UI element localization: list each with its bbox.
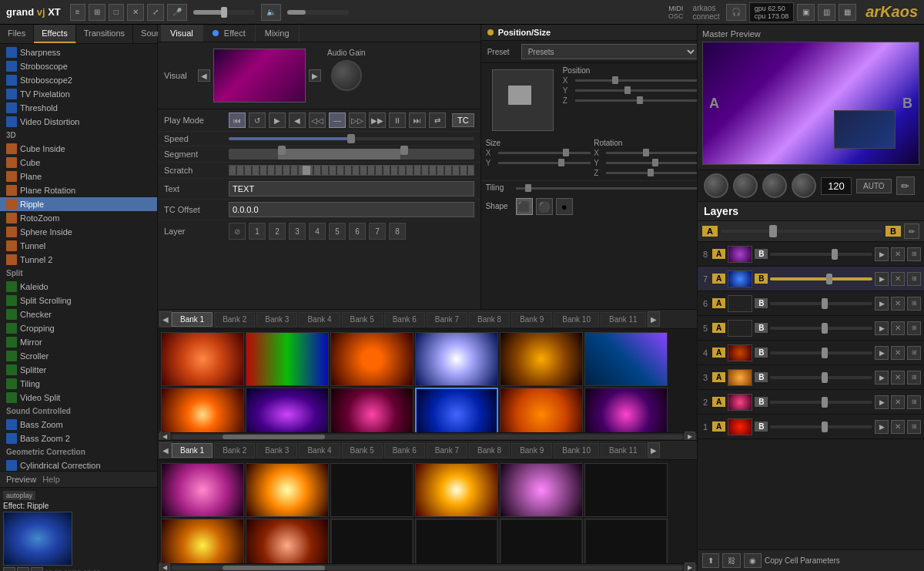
bank-7-bot[interactable]: Bank 7: [427, 443, 467, 458]
speaker-btn[interactable]: 🔈: [261, 4, 281, 21]
effect-split-scrolling[interactable]: Split Scrolling: [0, 294, 157, 307]
layer-7-x[interactable]: ✕: [891, 272, 905, 286]
layer-2-b[interactable]: B: [755, 397, 768, 407]
media-item-b[interactable]: [584, 463, 668, 517]
layer-1-x[interactable]: ✕: [891, 420, 905, 434]
media-item-b[interactable]: [415, 519, 498, 563]
media-item-b[interactable]: [330, 519, 413, 563]
layer-4-x[interactable]: ✕: [891, 346, 905, 360]
tc-offset-input[interactable]: [229, 202, 474, 217]
layer-5-x[interactable]: ✕: [891, 321, 905, 335]
bank-1-top[interactable]: Bank 1: [172, 312, 213, 327]
media-item[interactable]: [246, 332, 329, 386]
media-item[interactable]: [500, 388, 583, 432]
bank-8-top[interactable]: Bank 8: [469, 312, 510, 327]
preview-next-btn[interactable]: ▶▶: [31, 567, 43, 571]
rot-y-slider[interactable]: [606, 162, 697, 164]
layer-8-expand[interactable]: ⊞: [907, 247, 921, 261]
center-tab-visual[interactable]: Visual: [161, 25, 203, 42]
effect-scroller[interactable]: Scroller: [0, 349, 157, 363]
media-item[interactable]: [246, 388, 329, 432]
preset-select[interactable]: Presets: [521, 44, 697, 59]
layer-6-x[interactable]: ✕: [891, 297, 905, 311]
bank-9-top[interactable]: Bank 9: [511, 312, 552, 327]
tiling-slider[interactable]: [516, 187, 697, 190]
layer-8-a[interactable]: A: [712, 249, 725, 259]
media-scroll-left[interactable]: ◀: [159, 432, 170, 442]
layer-2-btn[interactable]: 2: [269, 223, 286, 240]
pos-z-slider[interactable]: [575, 99, 697, 102]
play-btn-pause[interactable]: —: [329, 113, 346, 128]
media-item[interactable]: [584, 388, 668, 432]
media-scroll-track-b[interactable]: [172, 566, 683, 570]
effect-tunnel[interactable]: Tunnel: [0, 239, 157, 253]
text-field-input[interactable]: [229, 181, 474, 196]
effect-stroboscope2[interactable]: Stroboscope2: [0, 73, 157, 87]
media-item-b[interactable]: [584, 519, 668, 563]
layer-8-x[interactable]: ✕: [891, 247, 905, 261]
segment-slider[interactable]: [229, 149, 474, 160]
layer-add-btn[interactable]: ⬆: [702, 553, 719, 568]
effect-tunnel2[interactable]: Tunnel 2: [0, 253, 157, 267]
layer-3-b[interactable]: B: [755, 372, 768, 382]
x-btn[interactable]: ✕: [127, 4, 144, 21]
layout-btn1[interactable]: ▣: [797, 4, 815, 21]
media-item-b[interactable]: [500, 519, 583, 563]
preview-prev-btn[interactable]: ◀: [3, 567, 15, 571]
play-btn-pause2[interactable]: ⏸: [389, 113, 406, 128]
media-item-b[interactable]: [161, 519, 244, 563]
layer-7-btn[interactable]: 7: [369, 223, 386, 240]
effect-bass-zoom2[interactable]: Bass Zoom 2: [0, 432, 157, 445]
media-scroll-left-b[interactable]: ◀: [159, 563, 170, 572]
master-pencil-btn[interactable]: ✏: [896, 176, 915, 195]
effect-sharpness[interactable]: Sharpness: [0, 45, 157, 59]
bank-7-top[interactable]: Bank 7: [427, 312, 467, 327]
effect-stroboscope[interactable]: Stroboscope: [0, 59, 157, 73]
tab-effects[interactable]: Effects: [34, 25, 75, 43]
layer-2-expand[interactable]: ⊞: [907, 395, 921, 409]
visual-prev-btn[interactable]: ◀: [198, 69, 210, 82]
layer-4-thumb-slider[interactable]: [822, 348, 828, 358]
tc-button[interactable]: TC: [452, 113, 474, 127]
audio-gain-knob[interactable]: [331, 60, 362, 91]
bank-5-top[interactable]: Bank 5: [342, 312, 383, 327]
shape-other-btn[interactable]: ●: [556, 198, 573, 215]
layer-5-slider[interactable]: [770, 327, 872, 330]
layer-disable-btn[interactable]: ⊘: [229, 223, 246, 240]
bank-3-bot[interactable]: Bank 3: [256, 443, 297, 458]
bank-10-top[interactable]: Bank 10: [554, 312, 599, 327]
bank-10-bot[interactable]: Bank 10: [554, 443, 599, 458]
layer-5-a[interactable]: A: [712, 323, 725, 333]
layer-toggle-btn[interactable]: ◉: [744, 553, 762, 568]
bank-right-scroll-b[interactable]: ▶: [648, 442, 660, 458]
layer-2-play[interactable]: ▶: [875, 395, 889, 409]
ab-crossfader[interactable]: [721, 230, 882, 233]
effect-splitter[interactable]: Splitter: [0, 363, 157, 377]
layer-1-expand[interactable]: ⊞: [907, 420, 921, 434]
effect-kaleido[interactable]: Kaleido: [0, 280, 157, 294]
media-item-b[interactable]: [246, 519, 329, 563]
media-item-b[interactable]: [246, 463, 329, 517]
layer-8-slider[interactable]: [770, 253, 872, 256]
play-btn-step[interactable]: ▶▶: [369, 113, 386, 128]
layer-5-expand[interactable]: ⊞: [907, 321, 921, 335]
bank-2-top[interactable]: Bank 2: [214, 312, 255, 327]
layer-5-btn[interactable]: 5: [329, 223, 346, 240]
layer-1-btn[interactable]: 1: [249, 223, 266, 240]
pos-x-slider[interactable]: [575, 79, 697, 82]
rot-z-slider[interactable]: [606, 172, 697, 174]
play-btn-back[interactable]: ↺: [249, 113, 266, 128]
layer-3-a[interactable]: A: [712, 372, 725, 382]
display-btn[interactable]: □: [109, 4, 124, 21]
ab-slider-thumb[interactable]: [769, 225, 777, 237]
layer-1-thumb-slider[interactable]: [822, 422, 828, 432]
media-item-b[interactable]: [500, 463, 583, 517]
layer-1-a[interactable]: A: [712, 422, 725, 432]
shape-square-btn[interactable]: ⬛: [516, 198, 533, 215]
expand-btn[interactable]: ⤢: [147, 4, 164, 21]
effect-video-distortion[interactable]: Video Distortion: [0, 115, 157, 129]
layer-6-expand[interactable]: ⊞: [907, 297, 921, 311]
layer-5-b[interactable]: B: [755, 323, 768, 333]
media-item[interactable]: [330, 388, 413, 432]
menu-btn[interactable]: ≡: [70, 4, 85, 21]
